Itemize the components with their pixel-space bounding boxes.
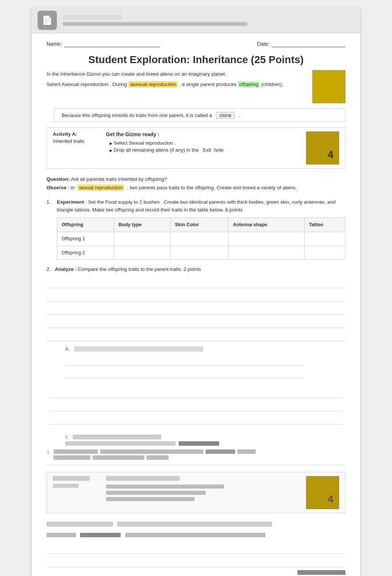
answer-line-5[interactable] xyxy=(47,331,345,341)
table-header-row: Offspring Body type Skin Color Antenna s… xyxy=(57,218,345,232)
col-antenna-shape: Antenna shape xyxy=(228,218,304,232)
name-input[interactable] xyxy=(64,41,160,47)
observe-highlight: sexual reproduction xyxy=(78,184,124,191)
blurred-answer-line-1[interactable] xyxy=(49,388,343,398)
analyze-number: 2. xyxy=(47,266,51,272)
activity-image-number: 4 xyxy=(327,149,333,161)
bottom-answer-line-2[interactable] xyxy=(47,557,345,567)
top-bar-title-area xyxy=(63,15,354,26)
sub-b-blurred-text xyxy=(73,435,161,439)
sub-question-a: A. xyxy=(65,345,345,378)
sub-b-row: B. xyxy=(65,434,345,440)
activity-b-image-number: 4 xyxy=(327,493,333,505)
sub-a-answer-line-2[interactable] xyxy=(65,368,303,378)
experiment-number: 1. xyxy=(47,198,54,260)
answer-lines-2 xyxy=(47,278,345,341)
bottom-highlight-blurred xyxy=(298,570,345,575)
observe-pre: : In xyxy=(68,185,75,190)
experiment-item: 1. Experiment : Set the Food supply to 2… xyxy=(47,198,345,260)
col-offspring: Offspring xyxy=(57,218,114,232)
bottom-answer-line-1[interactable] xyxy=(47,544,345,554)
intro-text3: , a single parent produces xyxy=(179,82,236,87)
progress-bar xyxy=(63,22,247,26)
asexual-highlight: asexual reproduction xyxy=(128,81,178,87)
get-ready-label: Get the Gizmo ready : xyxy=(106,131,301,137)
clone-post: . xyxy=(239,113,240,118)
activity-b-left xyxy=(53,476,101,509)
offspring-2-tattoo[interactable] xyxy=(304,246,345,260)
observe-line: Observe : In sexual reproduction , two p… xyxy=(47,184,345,192)
offspring-2-body[interactable] xyxy=(114,246,170,260)
answer-line-4[interactable] xyxy=(47,318,345,328)
sub-b-answer-row xyxy=(65,441,345,446)
question-text: Are all parental traits inherited by off… xyxy=(71,176,167,182)
name-date-row: Name: Date: xyxy=(47,41,345,47)
activity-a-title: Activity A: xyxy=(53,131,101,137)
item3-row1 xyxy=(54,449,256,454)
app-title-bar xyxy=(63,15,122,20)
intro-text1: In the Inheritance Gizmo you can create … xyxy=(47,71,226,77)
answer-line-3[interactable] xyxy=(47,304,345,315)
clone-pre: Because this offspring inherits its trai… xyxy=(62,113,212,118)
item3-label: 3. xyxy=(47,449,51,460)
sub-a-answer-line-1[interactable] xyxy=(65,355,303,366)
analyze-text: : Compare the offspring traits to the pa… xyxy=(75,266,201,272)
activity-a-left: Activity A: Inherited traits xyxy=(53,131,101,165)
offspring-2-skin[interactable] xyxy=(171,246,228,260)
bottom-observe-line xyxy=(47,531,345,539)
bottom-question-section xyxy=(47,520,345,539)
bottom-observe-blurred1 xyxy=(47,533,76,537)
col-tattoo: Tattoo xyxy=(304,218,345,232)
col-skin-color: Skin Color xyxy=(171,218,228,232)
activity-a-subtitle: Inherited traits xyxy=(53,138,101,144)
offspring-1-antenna[interactable] xyxy=(228,232,304,246)
bottom-observe-highlight xyxy=(80,533,121,537)
activity-b-subtitle xyxy=(53,483,101,489)
sub-b-label: B. xyxy=(65,434,70,440)
activity-b-title-blurred xyxy=(53,476,90,481)
date-field: Date: xyxy=(257,41,345,47)
activity-b-inst1-blurred xyxy=(106,484,224,489)
bottom-answer-lines xyxy=(47,544,345,575)
section-separator xyxy=(47,465,345,465)
activity-b-title xyxy=(53,476,101,482)
activity-b-inst2-blurred xyxy=(106,491,206,495)
sub-b-answer-blurred xyxy=(65,441,176,446)
activity-b-get-ready-blurred xyxy=(106,476,180,481)
question-section: Question: Are all parental traits inheri… xyxy=(47,175,345,192)
sub-a-label: A. xyxy=(65,346,70,352)
offspring-1-tattoo[interactable] xyxy=(304,232,345,246)
blurred-answers-area xyxy=(47,382,345,431)
blurred-answer-line-3[interactable] xyxy=(49,414,343,425)
bottom-q-blurred1 xyxy=(47,522,113,527)
question-label: Question: xyxy=(47,176,70,182)
offspring-1-label: Offspring 1 xyxy=(57,232,114,246)
item3-blurred7 xyxy=(147,455,169,460)
sub-b-highlight-blurred xyxy=(179,441,219,446)
blurred-answer-line-2[interactable] xyxy=(49,401,343,411)
activity-a-instructions: Select Sexual reproduction . Drop all re… xyxy=(106,140,301,153)
offspring-1-body[interactable] xyxy=(114,232,170,246)
experiment-text: : Set the Food supply to 2 bushes . Crea… xyxy=(57,199,336,213)
answer-line-1[interactable] xyxy=(47,278,345,288)
observe-label: Observe xyxy=(47,185,66,190)
bottom-observe-blurred2 xyxy=(125,533,265,537)
experiment-section: 1. Experiment : Set the Food supply to 2… xyxy=(47,198,345,260)
offspring-table: Offspring Body type Skin Color Antenna s… xyxy=(57,218,345,260)
answer-line-2[interactable] xyxy=(47,291,345,301)
activity-a-instruction-2: Drop all remaining aliens (if any) in th… xyxy=(110,147,301,153)
main-title: Student Exploration: Inheritance (25 Poi… xyxy=(47,54,345,66)
page: 📄 Name: Date: Student Exploration: Inher… xyxy=(32,7,360,576)
col-body-type: Body type xyxy=(114,218,170,232)
offspring-1-skin[interactable] xyxy=(171,232,228,246)
offspring-2-antenna[interactable] xyxy=(228,246,304,260)
item3-blurred6 xyxy=(93,455,144,460)
name-label: Name: xyxy=(47,41,62,47)
item3-blurred3 xyxy=(206,449,235,454)
analyze-section: 2. Analyze : Compare the offspring trait… xyxy=(47,266,345,272)
date-input[interactable] xyxy=(272,41,345,47)
name-field: Name: xyxy=(47,41,160,47)
clone-box: Because this offspring inherits its trai… xyxy=(54,108,345,122)
intro-text: In the Inheritance Gizmo you can create … xyxy=(47,70,306,88)
activity-a-image: 4 xyxy=(306,131,339,165)
